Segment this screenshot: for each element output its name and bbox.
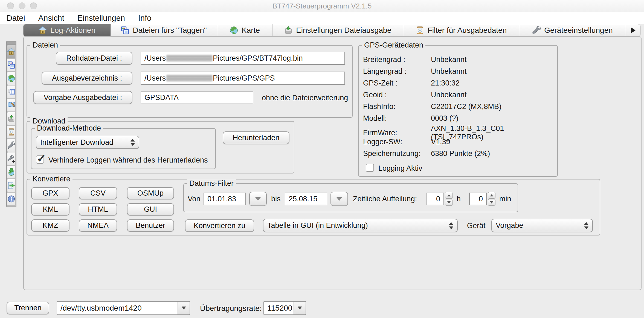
sidebar-button-einstellungen-dateiausgabe[interactable] xyxy=(7,112,15,125)
toolbar-handle[interactable] xyxy=(7,42,16,45)
ausgabeverzeichnis-button[interactable]: Ausgabeverzeichnis : xyxy=(42,72,132,85)
hourglass-icon xyxy=(7,128,15,136)
logging-aktiv-checkbox[interactable] xyxy=(366,164,374,172)
zoom-button[interactable] xyxy=(30,2,37,9)
dateien-groupbox: Dateien Rohdaten-Datei : /Users Pictures… xyxy=(27,45,353,118)
gps-row-value: 21:30:32 xyxy=(431,79,555,87)
von-datum-dropdown-button[interactable] xyxy=(249,192,267,206)
sidebar-button-dateien-taggen[interactable] xyxy=(7,59,15,71)
gpx-button[interactable]: GPX xyxy=(31,187,69,199)
popup-value: Tabelle in GUI (in Entwicklung) xyxy=(267,221,368,230)
log-aktionen-panel: Dateien Rohdaten-Datei : /Users Pictures… xyxy=(23,36,642,290)
right-arrow-icon xyxy=(631,27,636,33)
tab-einstellungen-dateiausgabe[interactable]: Einstellungen Dateiausgabe xyxy=(272,24,403,36)
tab-overflow-button[interactable] xyxy=(626,24,640,36)
bis-datum-dropdown-button[interactable] xyxy=(330,192,348,206)
tab-filter-ausgabedaten[interactable]: Filter für Ausgabedaten xyxy=(403,24,519,36)
vorgabe-ausgabedatei-button[interactable]: Vorgabe Ausgabedatei : xyxy=(33,91,132,104)
gps-row-label: Längengrad : xyxy=(363,67,431,76)
tab-label: Einstellungen Dateiausgabe xyxy=(296,26,391,35)
gps-row-value: C22017C2 (MX,8MB) xyxy=(431,102,555,111)
close-button[interactable] xyxy=(7,2,14,9)
popup-arrows-icon xyxy=(127,139,135,146)
sidebar-toolbar xyxy=(6,41,16,207)
verhindere-loggen-checkbox[interactable]: ✓ xyxy=(36,155,44,164)
baudrate-combobox[interactable]: 115200 xyxy=(263,301,306,315)
checkmark-glyph: ✓ xyxy=(37,152,46,165)
vorgabe-ausgabedatei-field[interactable]: GPSDATA xyxy=(141,91,253,104)
down-triangle-icon xyxy=(298,307,302,310)
minuten-field[interactable]: 0 xyxy=(469,193,487,205)
path-suffix: Pictures/GPS/GPS xyxy=(213,74,275,83)
spreadsheet-icon xyxy=(7,88,15,96)
minuten-stepper[interactable] xyxy=(488,192,495,206)
copy-files-icon xyxy=(7,61,15,69)
kml-button[interactable]: KML xyxy=(31,203,69,216)
baudrate-dropdown-button[interactable] xyxy=(294,302,306,314)
popup-value: Vorgabe xyxy=(496,221,523,230)
sidebar-button-konvertiere[interactable] xyxy=(7,179,15,192)
tab-log-aktionen[interactable]: Log-Aktionen xyxy=(24,24,111,36)
tab-label: Karte xyxy=(242,26,260,35)
konvertieren-zu-button[interactable]: Konvertieren zu xyxy=(185,219,254,232)
ausgabeverzeichnis-field[interactable]: /Users Pictures/GPS/GPS xyxy=(141,72,345,85)
sidebar-button-download-karte[interactable] xyxy=(7,166,15,178)
benutzer-button[interactable]: Benutzer xyxy=(127,219,174,232)
trennen-button[interactable]: Trennen xyxy=(7,302,49,314)
sidebar-button-dateiausgabe-felder[interactable] xyxy=(7,86,15,98)
minimize-button[interactable] xyxy=(19,2,25,9)
menu-ansicht[interactable]: Ansicht xyxy=(38,14,64,23)
geraet-popup[interactable]: Vorgabe xyxy=(491,219,593,232)
port-dropdown-button[interactable] xyxy=(178,302,190,314)
gps-row-label: FlashInfo: xyxy=(363,102,431,111)
nmea-button[interactable]: NMEA xyxy=(79,219,117,232)
rohdaten-datei-button[interactable]: Rohdaten-Datei : xyxy=(56,52,132,65)
copy-files-icon xyxy=(121,26,129,35)
osmup-button[interactable]: OSMUp xyxy=(127,187,174,199)
gps-row: Speichernutzung:6380 Punkte (2%) xyxy=(363,148,555,160)
von-datum-field[interactable]: 01.01.83 xyxy=(204,193,246,205)
home-icon xyxy=(38,26,47,35)
html-button[interactable]: HTML xyxy=(79,203,117,216)
konvertier-ziel-popup[interactable]: Tabelle in GUI (in Entwicklung) xyxy=(263,219,458,232)
sidebar-button-erweiterte-einstellungen[interactable] xyxy=(7,152,15,165)
home-icon xyxy=(7,48,15,56)
file-convert-icon xyxy=(7,181,15,190)
stunden-field[interactable]: 0 xyxy=(427,193,444,205)
stunden-stepper[interactable] xyxy=(445,192,453,206)
bis-datum-field[interactable]: 25.08.15 xyxy=(285,193,327,205)
gps-geraetedaten-groupbox: GPS-Gerätedaten Breitengrad :Unbekannt L… xyxy=(358,45,558,177)
tab-label: Log-Aktionen xyxy=(50,26,95,35)
gps-row-label: FirmWare: xyxy=(363,129,431,137)
download-methode-popup[interactable]: Intelligenter Download xyxy=(36,136,139,149)
menu-einstellungen[interactable]: Einstellungen xyxy=(77,14,125,23)
sidebar-button-filter[interactable] xyxy=(7,126,15,138)
sidebar-button-info[interactable] xyxy=(7,193,15,205)
csv-button[interactable]: CSV xyxy=(79,187,117,199)
gui-button[interactable]: GUI xyxy=(127,203,174,216)
down-triangle-icon xyxy=(255,197,261,201)
rohdaten-datei-field[interactable]: /Users Pictures/GPS/BT747log.bin xyxy=(141,52,345,65)
popup-value: Intelligenter Download xyxy=(40,138,113,147)
herunterladen-button[interactable]: Herunterladen xyxy=(223,131,289,144)
menu-datei[interactable]: Datei xyxy=(7,14,25,23)
sidebar-button-geraeteeinstellungen[interactable] xyxy=(7,139,15,152)
konvertiere-legend: Konvertiere xyxy=(30,175,72,183)
dateierweiterung-hint: ohne die Dateierweiterung xyxy=(262,94,348,102)
von-label: Von xyxy=(188,195,201,203)
tab-dateien-taggen[interactable]: Dateien fürs "Taggen" xyxy=(111,24,217,36)
wrench-icon xyxy=(7,141,15,149)
menu-info[interactable]: Info xyxy=(138,14,151,23)
globe-icon xyxy=(7,74,15,83)
tab-geraeteeinstellungen[interactable]: Geräteeinstellungen xyxy=(519,24,626,36)
sidebar-button-karte[interactable] xyxy=(7,72,15,85)
kmz-button[interactable]: KMZ xyxy=(31,219,69,232)
tab-karte[interactable]: Karte xyxy=(217,24,272,36)
gps-row: GPS-Zeit :21:30:32 xyxy=(363,77,555,89)
sidebar-button-log-aktionen[interactable] xyxy=(7,45,15,58)
sidebar-button-track-werkzeuge[interactable] xyxy=(7,99,15,111)
path-prefix: /Users xyxy=(144,74,166,83)
download-methode-groupbox: Download-Methode Intelligenter Download … xyxy=(31,128,216,169)
wrench-icon xyxy=(532,26,541,35)
port-combobox[interactable]: /dev/tty.usbmodem1420 xyxy=(57,301,190,315)
